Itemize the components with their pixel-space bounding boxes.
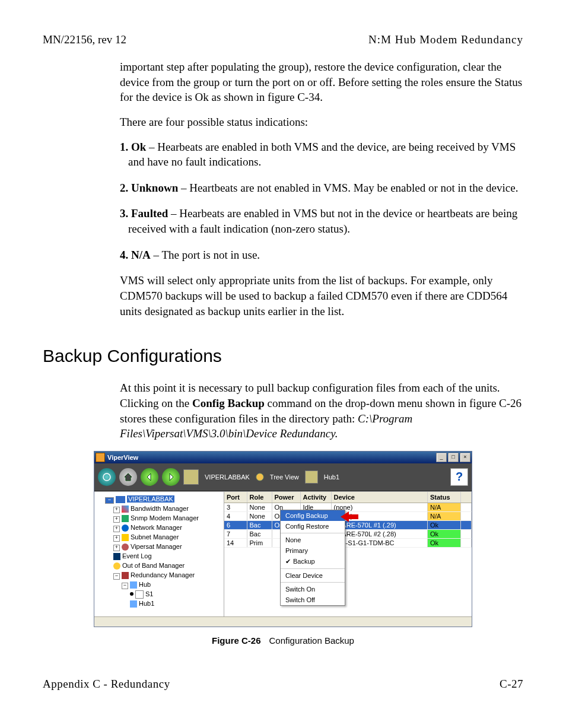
breadcrumb-root[interactable]: VIPERLABBAK (205, 473, 250, 481)
intro-paragraph: important step after populating the grou… (120, 59, 523, 105)
grid-row[interactable]: 7Bac SPARE-570L #2 (.28) Ok (224, 529, 472, 538)
tree-pane[interactable]: −VIPERLABBAK +Bandwidth Manager +Snmp Mo… (94, 492, 224, 616)
section-paragraph: At this point it is necessary to pull ba… (120, 380, 523, 441)
maximize-button[interactable]: □ (448, 453, 459, 462)
tree-oob[interactable]: Out of Band Manager (113, 561, 221, 570)
section-title: Backup Configurations (43, 346, 523, 366)
svg-point-1 (256, 473, 263, 481)
tree-redundancy[interactable]: −Redundancy Manager −Hub S1 Hub1 (113, 570, 221, 608)
status-intro: There are four possible status indicatio… (120, 115, 523, 130)
forward-button[interactable] (162, 468, 180, 486)
hub-icon (305, 471, 318, 484)
tree-root[interactable]: −VIPERLABBAK +Bandwidth Manager +Snmp Mo… (105, 494, 221, 608)
explorer-icon[interactable] (183, 469, 199, 485)
callout-arrow-icon (341, 511, 358, 522)
menu-primary[interactable]: Primary (281, 545, 345, 556)
globe-icon[interactable] (98, 468, 116, 486)
toolbar: VIPERLABBAK Tree View Hub1 ? (94, 463, 472, 491)
status-list: 1. Ok – Hearbeats are enabled in both VM… (120, 139, 523, 263)
col-role[interactable]: Role (247, 492, 272, 503)
close-button[interactable]: × (460, 453, 470, 462)
col-activity[interactable]: Activity (300, 492, 331, 503)
svg-marker-2 (341, 511, 358, 522)
breadcrumb-hub1[interactable]: Hub1 (324, 473, 339, 481)
back-button[interactable] (141, 468, 158, 486)
tree-network[interactable]: +Network Manager (113, 523, 221, 532)
breadcrumb-sep-icon (256, 473, 264, 481)
grid-pane[interactable]: Port Role Power Activity Device Status 3… (224, 492, 472, 616)
titlebar[interactable]: ViperView _ □ × (94, 452, 472, 463)
col-power[interactable]: Power (272, 492, 300, 503)
figure-caption: Figure C-26Configuration Backup (43, 635, 523, 646)
running-header-right: N:M Hub Modem Redundancy (368, 33, 523, 46)
backups-paragraph: VMS will select only appropriate units f… (120, 273, 523, 319)
context-menu[interactable]: Config Backup Config Restore None Primar… (280, 510, 345, 606)
footer-right: C-27 (500, 678, 523, 691)
window-title: ViperView (107, 454, 435, 461)
menu-config-restore[interactable]: Config Restore (281, 521, 345, 532)
tree-snmp[interactable]: +Snmp Modem Manager (113, 513, 221, 523)
col-port[interactable]: Port (224, 492, 247, 503)
tree-vipersat[interactable]: +Vipersat Manager (113, 542, 221, 551)
menu-switch-off[interactable]: Switch Off (281, 595, 345, 605)
tree-hub[interactable]: −Hub S1 Hub1 (122, 580, 221, 608)
grid-row[interactable]: 3None OnIdle (none) N/A (224, 503, 472, 511)
status-item-unknown: 2. Unknown – Heartbeats are not enabled … (120, 180, 523, 196)
status-item-faulted: 3. Faulted – Hearbeats are enabled in VM… (120, 206, 523, 236)
minimize-button[interactable]: _ (436, 453, 447, 462)
svg-point-0 (103, 473, 110, 481)
tree-hub1[interactable]: Hub1 (130, 599, 221, 608)
statusbar (94, 616, 472, 627)
grid-row[interactable]: 14Prim Hub-S1-G1-TDM-BC Ok (224, 538, 472, 547)
menu-switch-on[interactable]: Switch On (281, 584, 345, 595)
help-button[interactable]: ? (450, 468, 468, 486)
running-header-left: MN/22156, rev 12 (43, 33, 126, 46)
tree-eventlog[interactable]: Event Log (113, 551, 221, 561)
grid-header-row: Port Role Power Activity Device Status (224, 492, 472, 503)
viperview-window: ViperView _ □ × VIPERLABBAK Tree View (94, 451, 472, 627)
menu-backup[interactable]: Backup (281, 556, 345, 567)
breadcrumb-treeview[interactable]: Tree View (270, 473, 299, 481)
app-icon (96, 453, 105, 462)
menu-none[interactable]: None (281, 535, 345, 545)
tree-subnet[interactable]: +Subnet Manager (113, 532, 221, 542)
menu-clear[interactable]: Clear Device (281, 570, 345, 581)
footer-left: Appendix C - Redundancy (43, 678, 170, 691)
menu-config-backup[interactable]: Config Backup (281, 510, 345, 521)
col-device[interactable]: Device (331, 492, 428, 503)
status-item-ok: 1. Ok – Hearbeats are enabled in both VM… (120, 139, 523, 170)
tree-bandwidth[interactable]: +Bandwidth Manager (113, 504, 221, 513)
status-item-na: 4. N/A – The port is not in use. (120, 247, 523, 263)
home-button[interactable] (119, 468, 137, 486)
tree-s1[interactable]: S1 (130, 589, 221, 599)
col-status[interactable]: Status (428, 492, 461, 503)
